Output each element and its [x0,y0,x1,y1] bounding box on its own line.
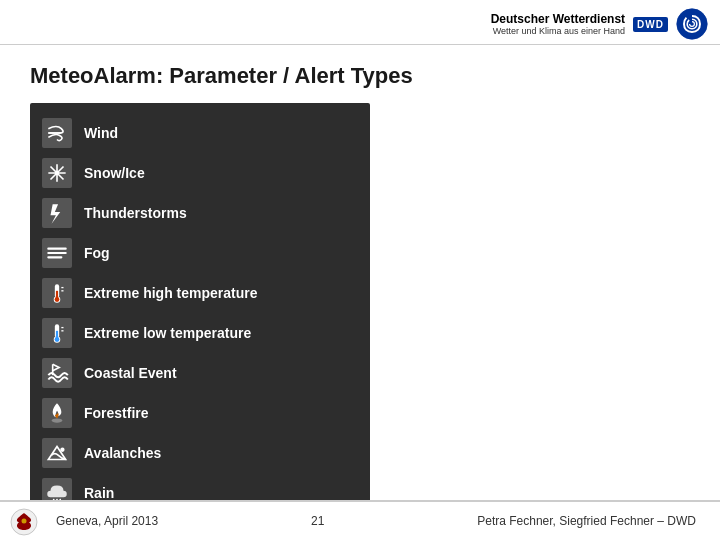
snow-ice-label: Snow/Ice [84,165,145,181]
fog-icon [42,238,72,268]
fog-label: Fog [84,245,110,261]
thunderstorms-label: Thunderstorms [84,205,187,221]
svg-point-18 [60,448,64,452]
svg-point-17 [52,418,63,422]
list-item: Forestfire [30,393,370,433]
dwd-text: Deutscher Wetterdienst Wetter und Klima … [491,12,625,36]
dwd-logo: Deutscher Wetterdienst Wetter und Klima … [491,8,708,40]
thunder-icon [42,198,72,228]
svg-point-0 [677,9,707,39]
list-item: Snow/Ice [30,153,370,193]
svg-point-25 [22,519,27,524]
high-temp-icon [42,278,72,308]
eagle-emblem-icon [10,508,38,536]
extreme-low-temp-label: Extreme low temperature [84,325,251,341]
dwd-name: Deutscher Wetterdienst [491,12,625,26]
low-temp-icon [42,318,72,348]
svg-point-1 [55,171,59,175]
alert-types-panel: Wind Snow/Ice Thunderstorms [30,103,370,540]
page-title: MeteoAlarm: Parameter / Alert Types [30,63,690,89]
svg-point-14 [55,337,60,342]
list-item: Wind [30,113,370,153]
avalanches-label: Avalanches [84,445,161,461]
wind-icon [42,118,72,148]
list-item: Thunderstorms [30,193,370,233]
coastal-icon [42,358,72,388]
footer-page-number: 21 [311,514,324,528]
fire-icon [42,398,72,428]
header: Deutscher Wetterdienst Wetter und Klima … [0,0,720,45]
rain-label: Rain [84,485,114,501]
main-content: MeteoAlarm: Parameter / Alert Types Wind [0,45,720,540]
snow-icon [42,158,72,188]
extreme-high-temp-label: Extreme high temperature [84,285,258,301]
list-item: Avalanches [30,433,370,473]
list-item: Fog [30,233,370,273]
list-item: Extreme low temperature [30,313,370,353]
forestfire-label: Forestfire [84,405,149,421]
wind-label: Wind [84,125,118,141]
list-item: Coastal Event [30,353,370,393]
avalanche-icon [42,438,72,468]
list-item: Extreme high temperature [30,273,370,313]
footer-right-text: Petra Fechner, Siegfried Fechner – DWD [477,514,696,528]
svg-point-8 [55,297,60,302]
dwd-subtext: Wetter und Klima aus einer Hand [491,26,625,36]
dwd-badge: DWD [633,17,668,32]
footer-left-text: Geneva, April 2013 [56,514,158,528]
footer: Geneva, April 2013 21 Petra Fechner, Sie… [0,500,720,540]
dwd-spiral-icon [676,8,708,40]
coastal-label: Coastal Event [84,365,177,381]
